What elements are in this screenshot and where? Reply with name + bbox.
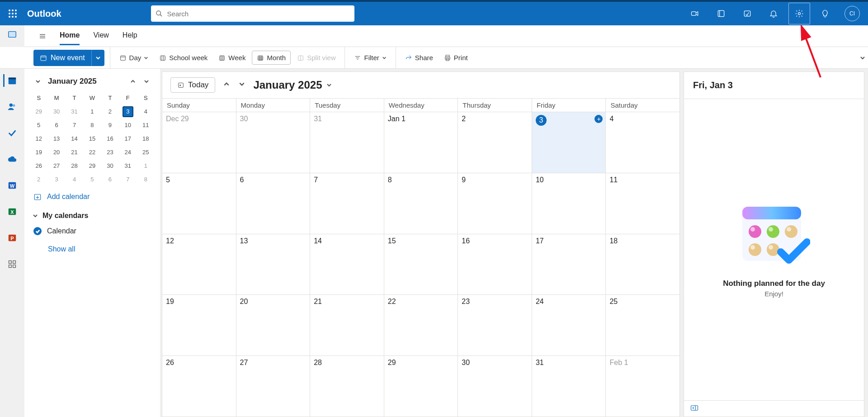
rail-excel[interactable]: X: [3, 203, 21, 221]
calendar-day-cell[interactable]: 6: [236, 173, 311, 234]
calendar-day-cell[interactable]: 27: [236, 356, 311, 417]
mini-day[interactable]: 3: [47, 173, 65, 186]
prev-period-button[interactable]: [223, 81, 230, 89]
rail-powerpoint[interactable]: P: [3, 229, 21, 247]
calendar-day-cell[interactable]: 22: [384, 295, 458, 355]
settings-button[interactable]: [788, 3, 810, 24]
rail-todo[interactable]: [3, 124, 21, 142]
mini-day[interactable]: 2: [30, 173, 47, 186]
calendar-day-cell[interactable]: 25: [606, 295, 679, 355]
calendar-day-cell[interactable]: 26: [162, 356, 236, 417]
calendar-day-cell[interactable]: 24: [532, 295, 606, 355]
calendar-day-cell[interactable]: 23: [458, 295, 532, 355]
calendar-day-cell[interactable]: 12: [162, 234, 236, 295]
mini-day[interactable]: 6: [101, 173, 119, 186]
rail-word[interactable]: W: [3, 176, 21, 194]
mini-day[interactable]: 29: [83, 159, 101, 173]
calendar-day-cell[interactable]: 30: [236, 112, 311, 173]
tab-view[interactable]: View: [93, 27, 108, 45]
calendar-day-cell[interactable]: 28: [310, 356, 384, 417]
mini-day[interactable]: 7: [66, 118, 83, 132]
mini-day[interactable]: 4: [137, 105, 155, 118]
mini-day[interactable]: 5: [83, 173, 101, 186]
mini-day[interactable]: 20: [47, 146, 65, 159]
rail-calendar[interactable]: [3, 71, 21, 90]
calendar-day-cell[interactable]: 15: [384, 234, 458, 295]
mini-day[interactable]: 1: [83, 105, 101, 118]
mini-day[interactable]: 31: [119, 159, 137, 173]
filter-button[interactable]: Filter: [349, 51, 391, 64]
mini-cal-collapse[interactable]: [33, 76, 43, 87]
calendar-day-cell[interactable]: 29: [384, 356, 458, 417]
calendar-day-cell[interactable]: 18: [606, 234, 679, 295]
calendar-day-cell[interactable]: 8: [384, 173, 458, 234]
next-period-button[interactable]: [239, 81, 245, 89]
mini-day[interactable]: 3: [119, 105, 137, 118]
mini-day[interactable]: 7: [119, 173, 137, 186]
mini-day[interactable]: 12: [30, 132, 47, 146]
tips-button[interactable]: [814, 1, 836, 26]
mini-day[interactable]: 5: [30, 118, 47, 132]
calendar-day-cell[interactable]: 3+: [532, 112, 606, 173]
mini-day[interactable]: 31: [66, 105, 83, 118]
mini-day[interactable]: 13: [47, 132, 65, 146]
view-month-button[interactable]: Month: [252, 51, 291, 65]
my-day-button[interactable]: [736, 1, 759, 26]
mini-day[interactable]: 22: [83, 146, 101, 159]
mini-day[interactable]: 23: [101, 146, 119, 159]
mini-day[interactable]: 24: [119, 146, 137, 159]
mini-day[interactable]: 26: [30, 159, 47, 173]
calendar-day-cell[interactable]: 30: [458, 356, 532, 417]
calendar-toggle[interactable]: [33, 227, 42, 235]
rail-onedrive[interactable]: [3, 150, 21, 168]
calendar-day-cell[interactable]: 7: [310, 173, 384, 234]
search-input[interactable]: [166, 9, 350, 18]
view-school-week-button[interactable]: School week: [155, 51, 212, 64]
calendar-day-cell[interactable]: 16: [458, 234, 532, 295]
mini-day[interactable]: 1: [137, 159, 155, 173]
calendar-day-cell[interactable]: 4: [606, 112, 679, 173]
calendar-day-cell[interactable]: 5: [162, 173, 236, 234]
mini-day[interactable]: 29: [30, 105, 47, 118]
calendar-list-item[interactable]: Calendar: [30, 224, 155, 238]
mini-day[interactable]: 14: [66, 132, 83, 146]
ribbon-overflow-button[interactable]: [857, 47, 868, 69]
share-button[interactable]: Share: [401, 51, 438, 64]
account-button[interactable]: CI: [844, 6, 860, 21]
mini-day[interactable]: 9: [101, 118, 119, 132]
mini-day[interactable]: 25: [137, 146, 155, 159]
mini-day[interactable]: 18: [137, 132, 155, 146]
calendar-day-cell[interactable]: 17: [532, 234, 606, 295]
nav-toggle-button[interactable]: [33, 27, 52, 45]
mini-day[interactable]: 10: [119, 118, 137, 132]
rail-people[interactable]: [3, 98, 21, 116]
mini-day[interactable]: 6: [47, 118, 65, 132]
mini-cal-prev[interactable]: [127, 76, 138, 87]
calendar-day-cell[interactable]: 19: [162, 295, 236, 355]
calendar-day-cell[interactable]: 21: [310, 295, 384, 355]
mini-day[interactable]: 8: [137, 173, 155, 186]
calendar-day-cell[interactable]: Jan 1: [384, 112, 458, 173]
mini-calendar[interactable]: SMTWTFS293031123456789101112131415161718…: [30, 91, 155, 186]
show-all-link[interactable]: Show all: [30, 238, 155, 257]
tab-help[interactable]: Help: [123, 27, 137, 45]
print-button[interactable]: Print: [439, 51, 472, 64]
mini-cal-next[interactable]: [141, 76, 152, 87]
view-day-button[interactable]: Day: [115, 51, 153, 64]
mini-day[interactable]: 19: [30, 146, 47, 159]
calendar-day-cell[interactable]: 14: [310, 234, 384, 295]
agenda-collapse-button[interactable]: [690, 405, 698, 413]
new-event-button[interactable]: New event: [33, 50, 104, 66]
mini-day[interactable]: 15: [83, 132, 101, 146]
calendar-day-cell[interactable]: 13: [236, 234, 311, 295]
mini-day[interactable]: 17: [119, 132, 137, 146]
calendar-day-cell[interactable]: Feb 1: [606, 356, 679, 417]
calendar-day-cell[interactable]: 11: [606, 173, 679, 234]
new-event-split-button[interactable]: [91, 50, 104, 66]
rail-more-apps[interactable]: [3, 255, 21, 273]
calendar-day-cell[interactable]: Dec 29: [162, 112, 236, 173]
current-month-picker[interactable]: January 2025: [253, 79, 332, 91]
add-calendar-button[interactable]: Add calendar: [30, 186, 155, 204]
calendar-day-cell[interactable]: 31: [310, 112, 384, 173]
calendar-day-cell[interactable]: 9: [458, 173, 532, 234]
